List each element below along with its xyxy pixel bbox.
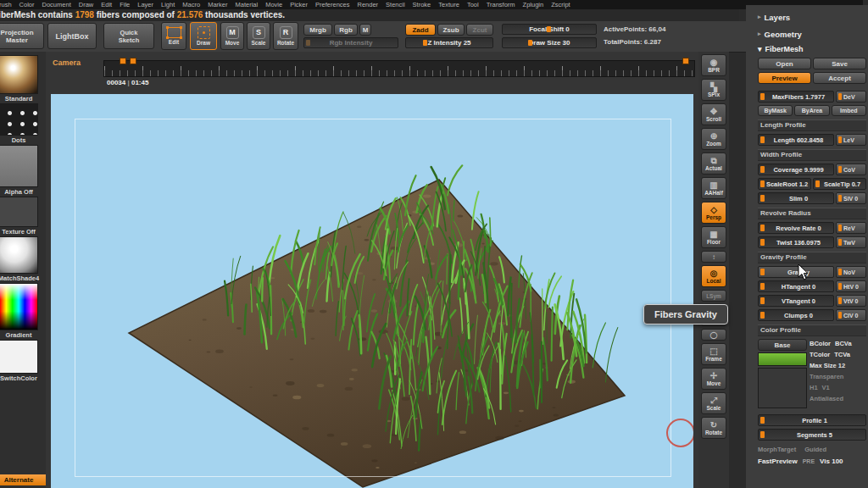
quick-sketch-button[interactable]: Quick Sketch — [103, 23, 154, 49]
stroke-thumbnail-dots[interactable] — [0, 103, 38, 136]
bcolor-slider[interactable]: BColor — [810, 339, 831, 349]
menu-movie[interactable]: Movie — [265, 1, 282, 8]
menu-render[interactable]: Render — [357, 1, 378, 8]
local-button[interactable]: ◎Local — [701, 265, 726, 287]
menu-zscript[interactable]: Zscript — [551, 1, 570, 8]
menu-file[interactable]: File — [120, 1, 130, 8]
menu-marker[interactable]: Marker — [208, 1, 227, 8]
alpha-thumbnail[interactable] — [0, 145, 38, 187]
color-picker[interactable] — [0, 283, 38, 330]
revolve-rate-slider[interactable]: Revolve Rate 0 — [758, 222, 834, 234]
bymask-button[interactable]: ByMask — [758, 105, 793, 116]
vis-slider[interactable]: Vis 100 — [820, 458, 843, 465]
canvas-rotate-button[interactable]: ↻Rotate — [701, 417, 726, 439]
slim-slider[interactable]: Slim 0 — [758, 192, 834, 204]
save-button[interactable]: Save — [813, 58, 866, 69]
slider-handle[interactable] — [760, 312, 765, 319]
lsym-button[interactable]: LSym — [701, 290, 726, 302]
dev-variance-button[interactable]: DeV — [836, 91, 866, 103]
v1-slider[interactable]: V1 — [822, 383, 830, 393]
h1-slider[interactable]: H1 — [810, 383, 818, 393]
profile-slider[interactable]: Profile 1 — [758, 414, 866, 426]
move-button[interactable]: M Move — [220, 22, 244, 50]
revolve-radius-section[interactable]: Revolve Radius — [758, 208, 866, 219]
fibermesh-subpalette-header[interactable]: ▾FiberMesh — [758, 42, 866, 55]
menu-zplugin[interactable]: Zplugin — [523, 1, 544, 8]
lev-variance-button[interactable]: LeV — [836, 134, 866, 146]
draw-size-slider[interactable]: Draw Size 30 — [502, 37, 597, 48]
clv-variance-button[interactable]: ClV 0 — [836, 309, 866, 321]
menu-tool[interactable]: Tool — [467, 1, 479, 8]
menu-transform[interactable]: Transform — [487, 1, 515, 8]
scale-button[interactable]: S Scale — [247, 22, 270, 50]
length-profile-section[interactable]: Length Profile — [758, 119, 866, 131]
timeline-marker[interactable] — [682, 58, 689, 64]
tip-color-swatch[interactable] — [758, 352, 807, 366]
gravity-slider[interactable]: Gravity — [758, 266, 834, 278]
slider-handle[interactable] — [760, 431, 765, 438]
coverage-slider[interactable]: Coverage 9.9999 — [758, 164, 834, 175]
alternate-button[interactable]: Alternate — [0, 474, 46, 485]
scaletip-slider[interactable]: ScaleTip 0.7 — [813, 178, 866, 190]
actual-button[interactable]: ⧉Actual — [701, 152, 726, 175]
menu-material[interactable]: Material — [235, 1, 258, 8]
spix-button[interactable]: ▚SPix — [701, 79, 726, 101]
menu-document[interactable]: Document — [42, 1, 71, 8]
persp-button[interactable]: ◇Persp — [701, 202, 726, 224]
antialiased-toggle[interactable]: Antialiased — [810, 394, 843, 404]
accept-button[interactable]: Accept — [813, 72, 866, 84]
z-intensity-handle[interactable] — [423, 40, 427, 46]
zsub-button[interactable]: Zsub — [437, 24, 465, 36]
clumps-slider[interactable]: Clumps 0 — [758, 309, 834, 321]
transparent-toggle[interactable]: Transparen — [810, 372, 843, 382]
zadd-button[interactable]: Zadd — [405, 24, 436, 36]
length-slider[interactable]: Length 602.8458 — [758, 134, 834, 146]
zcut-button[interactable]: Zcut — [466, 24, 493, 36]
m-button[interactable]: M — [359, 24, 371, 36]
menu-draw[interactable]: Draw — [79, 1, 94, 8]
menu-brush[interactable]: Brush — [0, 1, 12, 8]
htangent-slider[interactable]: HTangent 0 — [758, 280, 834, 292]
floor-button[interactable]: ▦Floor — [701, 226, 726, 248]
cov-variance-button[interactable]: CoV — [836, 164, 866, 175]
menu-color[interactable]: Color — [19, 1, 35, 8]
menu-stencil[interactable]: Stencil — [386, 1, 405, 8]
rgb-intensity-slider[interactable]: Rgb Intensity — [303, 37, 398, 48]
edit-button[interactable]: Edit — [161, 22, 186, 50]
matcap-thumbnail[interactable] — [0, 236, 38, 274]
byarea-button[interactable]: ByArea — [794, 105, 829, 116]
bcva-button[interactable]: BCVa — [835, 339, 852, 349]
geometry-palette-header[interactable]: ▸Geometry — [758, 25, 866, 42]
color-profile-section[interactable]: Color Profile — [758, 324, 866, 336]
slider-handle[interactable] — [815, 180, 820, 187]
vtangent-slider[interactable]: VTangent 0 — [758, 295, 834, 307]
rotate-button[interactable]: R Rotate — [273, 22, 298, 50]
timeline-marker[interactable] — [130, 58, 136, 64]
draw-button[interactable]: Draw — [190, 22, 217, 50]
slider-handle[interactable] — [760, 417, 765, 424]
pre-button[interactable]: PRE — [803, 458, 815, 464]
vtv-variance-button[interactable]: VtV 0 — [836, 295, 866, 307]
document-canvas[interactable] — [51, 94, 693, 488]
menu-macro[interactable]: Macro — [182, 1, 200, 8]
width-profile-section[interactable]: Width Profile — [758, 149, 866, 161]
menu-layer[interactable]: Layer — [137, 1, 153, 8]
bpr-button[interactable]: ◉BPR — [701, 54, 726, 76]
slider-handle[interactable] — [760, 136, 765, 143]
slider-handle[interactable] — [760, 297, 765, 304]
tcolor-slider[interactable]: TColor — [810, 350, 830, 360]
menu-picker[interactable]: Picker — [290, 1, 308, 8]
canvas-move-button[interactable]: ✢Move — [701, 368, 726, 390]
max-size-slider[interactable]: Max Size 12 — [810, 361, 845, 371]
gravity-profile-section[interactable]: Gravity Profile — [758, 252, 866, 263]
twv-variance-button[interactable]: TwV — [836, 236, 866, 248]
rgb-intensity-handle[interactable] — [306, 40, 310, 46]
scroll-button[interactable]: ✥Scroll — [701, 103, 726, 125]
projection-master-button[interactable]: Projection Master — [0, 23, 44, 49]
slider-handle[interactable] — [760, 225, 765, 231]
lightbox-button[interactable]: LightBox — [47, 23, 97, 49]
menu-edit[interactable]: Edit — [101, 1, 112, 8]
segments-slider[interactable]: Segments 5 — [758, 429, 866, 441]
elevation-arrows-button[interactable]: ↕ — [701, 251, 726, 263]
base-button[interactable]: Base — [758, 339, 807, 351]
